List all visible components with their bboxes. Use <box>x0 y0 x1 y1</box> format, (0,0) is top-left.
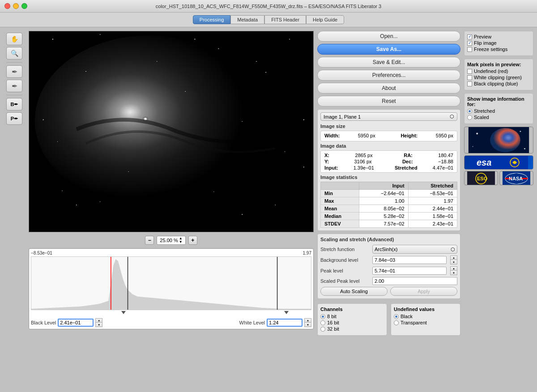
undefined-red-row[interactable]: Undefined (red) <box>467 68 530 74</box>
maximize-button[interactable] <box>21 3 27 9</box>
show-scaled-row[interactable]: Scaled <box>467 115 530 120</box>
peak-stepper-up[interactable]: ▲ <box>451 267 457 271</box>
histogram-min-label: −8.53e−01 <box>31 251 52 256</box>
white-clipping-row[interactable]: White clipping (green) <box>467 75 530 80</box>
histogram-canvas[interactable] <box>31 256 311 310</box>
bg-stepper-up[interactable]: ▲ <box>451 256 457 260</box>
background-level-stepper[interactable]: ▲ ▼ <box>450 256 457 264</box>
close-button[interactable] <box>4 3 10 9</box>
channel-16bit[interactable]: 16 bit <box>320 320 384 325</box>
white-level-down[interactable]: ▼ <box>305 323 311 327</box>
minimize-button[interactable] <box>13 3 19 9</box>
about-button[interactable]: About <box>317 83 460 94</box>
tab-metadata[interactable]: Metadata <box>230 15 264 24</box>
radio-8bit[interactable] <box>320 314 325 319</box>
black-point-tool[interactable]: B✒ <box>6 98 22 111</box>
tab-help-guide[interactable]: Help Guide <box>306 15 344 24</box>
eyedropper-tool-2[interactable]: ✒ <box>6 80 22 92</box>
zoom-in-button[interactable]: + <box>188 236 197 245</box>
freeze-row[interactable]: Freeze settings <box>467 47 530 52</box>
image-select-dropdown[interactable]: Image 1, Plane 1 ⬡ <box>320 112 457 121</box>
radio-black[interactable] <box>394 314 399 319</box>
save-edit-button[interactable]: Save & Edit... <box>317 57 460 68</box>
preview-options: Preview Flip image Freeze settings <box>464 31 533 56</box>
auto-scaling-button[interactable]: Auto Scaling <box>320 287 388 296</box>
preview-row[interactable]: Preview <box>467 34 530 39</box>
show-scaled-label: Scaled <box>474 115 489 120</box>
stats-stretched: 2.44e−01 <box>408 205 457 213</box>
white-level-up[interactable]: ▲ <box>305 319 311 323</box>
radio-transparent[interactable] <box>394 320 399 325</box>
radio-16bit[interactable] <box>320 320 325 325</box>
black-level-stepper[interactable]: ▲ ▼ <box>95 318 102 327</box>
peak-level-stepper[interactable]: ▲ ▼ <box>450 266 457 275</box>
black-clipping-row[interactable]: Black clipping (blue) <box>467 81 530 86</box>
stats-input: 7.57e−02 <box>359 220 408 228</box>
zoom-stepper[interactable]: ▲ ▼ <box>179 237 183 244</box>
histogram-area: −8.53e−01 1.97 <box>29 248 314 329</box>
image-preview[interactable] <box>29 31 314 232</box>
open-button[interactable]: Open... <box>317 31 460 42</box>
freeze-checkbox[interactable] <box>467 47 472 52</box>
radio-32bit[interactable] <box>320 327 325 332</box>
zoom-tool[interactable]: 🔍 <box>6 47 22 60</box>
histogram-svg <box>31 257 311 310</box>
white-level-stepper[interactable]: ▲ ▼ <box>304 318 311 327</box>
stretched-label: Stretched <box>395 165 418 170</box>
flip-row[interactable]: Flip image <box>467 40 530 46</box>
peak-level-row: Peak level ▲ ▼ <box>320 266 457 275</box>
logos-section: esa ESO <box>464 127 533 185</box>
save-as-button[interactable]: Save As... <box>317 44 460 55</box>
white-point-tool[interactable]: P✒ <box>6 112 22 125</box>
hand-tool[interactable]: ✋ <box>6 33 22 45</box>
white-level-input[interactable] <box>267 319 303 327</box>
undef-transparent[interactable]: Transparent <box>394 320 457 325</box>
black-level-up[interactable]: ▲ <box>96 319 102 323</box>
tab-processing[interactable]: Processing <box>193 15 230 24</box>
black-level-marker[interactable] <box>121 311 126 314</box>
space-logo <box>464 127 533 153</box>
show-stretched-row[interactable]: Stretched <box>467 108 530 114</box>
window-controls[interactable] <box>4 3 27 9</box>
apply-button[interactable]: Apply <box>390 287 457 296</box>
channel-8bit-label: 8 bit <box>327 314 337 319</box>
show-stretched-radio[interactable] <box>467 109 472 114</box>
background-level-input[interactable] <box>372 256 447 264</box>
peak-stepper-down[interactable]: ▼ <box>451 271 457 275</box>
table-row: Max 1.00 1.97 <box>321 197 457 205</box>
svg-point-25 <box>473 146 473 147</box>
white-clipping-label: White clipping (green) <box>474 75 522 80</box>
undefined-red-checkbox[interactable] <box>467 69 472 74</box>
stats-label: Mean <box>321 205 359 213</box>
flip-checkbox[interactable] <box>467 41 472 46</box>
stats-table: Input Stretched Min −2.64e−01 −8.53e−01 … <box>320 182 457 228</box>
eyedropper-tool-1[interactable]: ✒ <box>6 65 22 78</box>
scaled-peak-input[interactable] <box>372 277 457 285</box>
stats-col-name <box>321 182 359 190</box>
undef-black[interactable]: Black <box>394 314 457 319</box>
image-size-row: Width: 5950 px Height: 5950 px <box>324 133 453 138</box>
black-clipping-checkbox[interactable] <box>467 81 472 86</box>
reset-button[interactable]: Reset <box>317 96 460 107</box>
action-buttons: Open... Save As... Save & Edit... Prefer… <box>317 31 460 107</box>
image-info-section: Image 1, Plane 1 ⬡ Image size Width: 595… <box>317 109 460 231</box>
y-label: Y: <box>324 159 329 164</box>
esa-logo: esa <box>464 155 533 170</box>
channel-32bit[interactable]: 32 bit <box>320 326 384 332</box>
white-level-marker[interactable] <box>284 311 289 314</box>
stats-col-input: Input <box>359 182 408 190</box>
show-scaled-radio[interactable] <box>467 115 472 120</box>
black-level-group: Black Level ▲ ▼ <box>31 318 102 327</box>
zoom-out-button[interactable]: − <box>145 236 154 245</box>
preview-checkbox[interactable] <box>467 34 472 39</box>
white-clipping-checkbox[interactable] <box>467 75 472 80</box>
stretch-function-select[interactable]: ArcSinh(x) ⬡ <box>372 245 457 254</box>
black-level-down[interactable]: ▼ <box>96 323 102 327</box>
tab-fits-header[interactable]: FITS Header <box>264 15 306 24</box>
black-level-input[interactable] <box>58 319 94 327</box>
channel-8bit[interactable]: 8 bit <box>320 314 384 319</box>
peak-level-input[interactable] <box>372 267 447 275</box>
preferences-button[interactable]: Preferences... <box>317 70 460 81</box>
bg-stepper-down[interactable]: ▼ <box>451 260 457 264</box>
input-value: 1.39e−01 <box>354 165 374 170</box>
